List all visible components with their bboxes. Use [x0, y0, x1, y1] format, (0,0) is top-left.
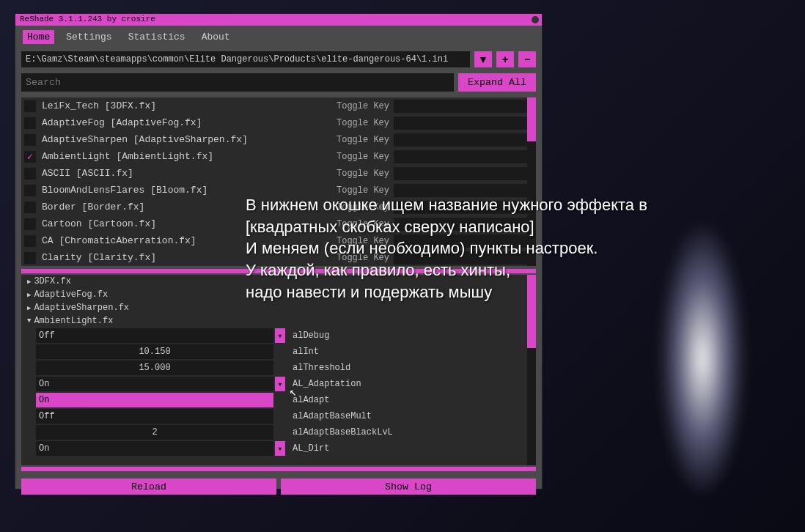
tree-item[interactable]: ▶3DFX.fx	[21, 275, 536, 288]
toggle-key-input[interactable]	[394, 133, 533, 147]
effects-panel: LeiFx_Tech [3DFX.fx] Toggle Key Adaptive…	[21, 97, 536, 266]
toggle-key-input[interactable]	[394, 100, 533, 113]
effect-checkbox[interactable]	[24, 168, 36, 180]
reload-button[interactable]: Reload	[21, 479, 276, 495]
path-row: ▼ + −	[15, 48, 542, 70]
toggle-key-input[interactable]	[394, 251, 533, 265]
settings-panel: ▶3DFX.fx▶AdaptiveFog.fx▶AdaptiveSharpen.…	[21, 275, 536, 465]
toggle-key-label: Toggle Key	[337, 185, 389, 196]
effect-checkbox[interactable]: ✓	[24, 151, 36, 163]
setting-row: On ▼ AL_Dirt	[21, 440, 536, 457]
setting-row: Off alAdaptBaseMult	[21, 408, 536, 424]
tree-arrow-icon: ▶	[27, 278, 31, 286]
setting-row: Off ▼ alDebug	[21, 328, 536, 344]
setting-value[interactable]: Off	[36, 409, 273, 424]
effect-checkbox[interactable]	[24, 134, 36, 146]
toggle-key-label: Toggle Key	[337, 118, 389, 128]
effect-row[interactable]: Clarity [Clarity.fx] Toggle Key	[21, 249, 536, 266]
toggle-key-input[interactable]	[394, 234, 533, 248]
effect-row[interactable]: ✓ AmbientLight [AmbientLight.fx] Toggle …	[21, 148, 536, 165]
effects-scrollbar[interactable]	[527, 97, 536, 266]
setting-row: 15.000 alThreshold	[21, 360, 536, 376]
effect-checkbox[interactable]	[24, 218, 36, 230]
effect-name: AdaptiveSharpen [AdaptiveSharpen.fx]	[42, 134, 337, 145]
effect-row[interactable]: Cartoon [Cartoon.fx] Toggle Key	[21, 215, 536, 232]
tab-home[interactable]: Home	[23, 30, 54, 44]
setting-label: alThreshold	[293, 363, 350, 373]
toggle-key-label: Toggle Key	[337, 135, 389, 145]
setting-value[interactable]: 2	[36, 425, 273, 440]
scrollbar-thumb[interactable]	[527, 275, 536, 348]
path-input[interactable]	[21, 51, 470, 67]
setting-label: AL_Adaptation	[293, 379, 361, 389]
setting-value[interactable]: 10.150	[36, 344, 273, 359]
titlebar[interactable]: ReShade 3.1.1.243 by crosire	[15, 14, 542, 26]
effect-name: ASCII [ASCII.fx]	[42, 168, 337, 179]
setting-value[interactable]: On	[36, 377, 273, 391]
effect-name: Border [Border.fx]	[42, 202, 337, 213]
toggle-key-label: Toggle Key	[337, 236, 389, 246]
setting-value[interactable]: On	[36, 393, 273, 407]
effect-checkbox[interactable]	[24, 202, 36, 213]
toggle-key-label: Toggle Key	[337, 219, 389, 229]
expand-all-button[interactable]: Expand All	[458, 73, 536, 92]
setting-label: alAdaptBaseBlackLvL	[293, 427, 393, 437]
search-row: Expand All	[15, 70, 542, 95]
effect-name: AdaptiveFog [AdaptiveFog.fx]	[42, 117, 337, 128]
tree-label: AdaptiveFog.fx	[34, 289, 108, 300]
tree-label: 3DFX.fx	[34, 276, 70, 287]
setting-row: 2 alAdaptBaseBlackLvL	[21, 424, 536, 440]
effect-row[interactable]: CA [ChromaticAberration.fx] Toggle Key	[21, 232, 536, 249]
effect-checkbox[interactable]	[24, 185, 36, 196]
effect-checkbox[interactable]	[24, 117, 36, 129]
toggle-key-label: Toggle Key	[337, 169, 389, 179]
path-dropdown-button[interactable]: ▼	[474, 51, 492, 67]
toggle-key-input[interactable]	[394, 117, 533, 130]
toggle-key-input[interactable]	[394, 201, 533, 214]
toggle-key-label: Toggle Key	[337, 202, 389, 213]
effect-checkbox[interactable]	[24, 235, 36, 247]
tree-label: AmbientLight.fx	[34, 316, 113, 326]
tab-about[interactable]: About	[197, 30, 235, 44]
dropdown-arrow-icon[interactable]: ▼	[275, 328, 285, 343]
tree-item[interactable]: ▶AdaptiveFog.fx	[21, 288, 536, 301]
setting-value[interactable]: On	[36, 441, 273, 456]
tree-arrow-icon: ▶	[27, 291, 31, 299]
effect-row[interactable]: BloomAndLensFlares [Bloom.fx] Toggle Key	[21, 182, 536, 199]
setting-label: AL_Dirt	[293, 443, 329, 454]
toggle-key-input[interactable]	[394, 184, 533, 197]
add-button[interactable]: +	[496, 51, 514, 67]
effect-name: BloomAndLensFlares [Bloom.fx]	[42, 185, 337, 196]
toggle-key-input[interactable]	[394, 167, 533, 180]
close-icon[interactable]	[532, 16, 539, 23]
panel-divider-bottom[interactable]	[21, 467, 536, 471]
effect-checkbox[interactable]	[24, 252, 36, 264]
effect-row[interactable]: Border [Border.fx] Toggle Key	[21, 199, 536, 215]
panel-divider[interactable]	[21, 269, 536, 273]
effect-name: LeiFx_Tech [3DFX.fx]	[42, 100, 337, 111]
setting-value[interactable]: Off	[36, 328, 273, 343]
tree-item[interactable]: ▼AmbientLight.fx	[21, 314, 536, 328]
scrollbar-thumb[interactable]	[527, 97, 536, 141]
toggle-key-input[interactable]	[394, 218, 533, 231]
toggle-key-input[interactable]	[394, 150, 533, 163]
effect-row[interactable]: AdaptiveFog [AdaptiveFog.fx] Toggle Key	[21, 114, 536, 131]
tab-statistics[interactable]: Statistics	[124, 30, 190, 44]
dropdown-arrow-icon[interactable]: ▼	[275, 441, 285, 456]
toggle-key-label: Toggle Key	[337, 253, 389, 263]
effect-row[interactable]: AdaptiveSharpen [AdaptiveSharpen.fx] Tog…	[21, 131, 536, 148]
tab-settings[interactable]: Settings	[62, 30, 116, 44]
effect-row[interactable]: ASCII [ASCII.fx] Toggle Key	[21, 165, 536, 182]
tree-item[interactable]: ▶AdaptiveSharpen.fx	[21, 301, 536, 314]
effect-checkbox[interactable]	[24, 100, 36, 112]
dropdown-arrow-icon[interactable]: ▼	[275, 377, 285, 391]
setting-row: On alAdapt	[21, 392, 536, 408]
setting-row: On ▼ AL_Adaptation	[21, 376, 536, 392]
tab-bar: Home Settings Statistics About	[15, 26, 542, 48]
settings-scrollbar[interactable]	[527, 275, 536, 465]
setting-value[interactable]: 15.000	[36, 361, 273, 375]
effect-row[interactable]: LeiFx_Tech [3DFX.fx] Toggle Key	[21, 97, 536, 114]
search-input[interactable]	[21, 73, 454, 92]
show-log-button[interactable]: Show Log	[281, 479, 536, 495]
remove-button[interactable]: −	[518, 51, 536, 67]
